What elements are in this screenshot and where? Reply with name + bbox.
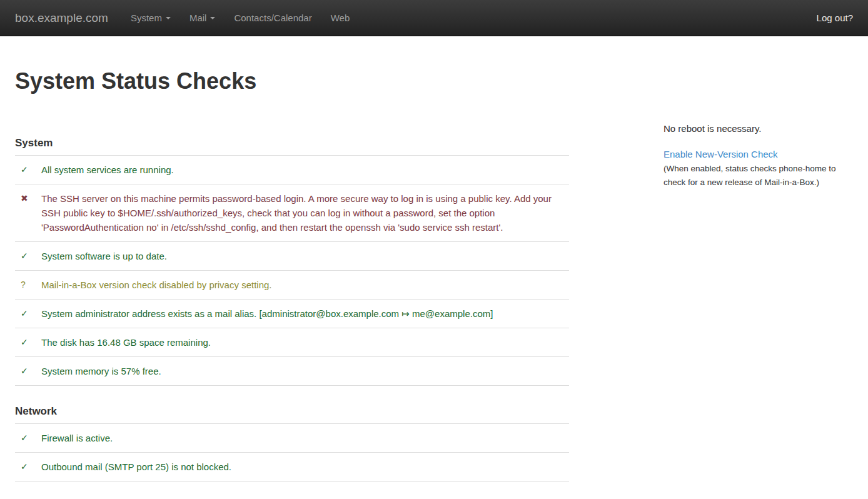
logout-link[interactable]: Log out? [817, 13, 853, 23]
navbar-item-contacts-calendar[interactable]: Contacts/Calendar [225, 13, 321, 23]
navbar-item-web[interactable]: Web [321, 13, 360, 23]
status-checks-list: System ✓ All system services are running… [15, 118, 569, 481]
check-mark-icon: ✓ [15, 335, 41, 350]
question-mark-icon: ? [15, 278, 41, 292]
navbar-menu: System Mail Contacts/Calendar Web [121, 13, 359, 23]
caret-down-icon [210, 17, 215, 19]
error-x-icon: ✖ [15, 191, 41, 206]
status-check-row: ? Mail-in-a-Box version check disabled b… [15, 271, 569, 300]
page-title: System Status Checks [15, 69, 853, 94]
status-check-text: The SSH server on this machine permits p… [41, 191, 569, 234]
status-check-row: ✓ All system services are running. [15, 156, 569, 184]
status-check-row: ✓ System software is up to date. [15, 242, 569, 271]
status-check-text: System software is up to date. [41, 249, 569, 263]
navbar-item-mail[interactable]: Mail [180, 13, 225, 23]
status-check-text: System memory is 57% free. [41, 364, 569, 378]
check-mark-icon: ✓ [15, 249, 41, 263]
summary-sidebar: No reboot is necessary. Enable New-Versi… [664, 118, 853, 190]
status-check-text: The disk has 16.48 GB space remaining. [41, 335, 569, 350]
check-mark-icon: ✓ [15, 460, 41, 474]
brand-link[interactable]: box.example.com [15, 11, 108, 25]
check-mark-icon: ✓ [15, 306, 41, 321]
check-mark-icon: ✓ [15, 364, 41, 378]
page-content: System Status Checks System ✓ All system… [0, 69, 868, 481]
enable-version-check-link[interactable]: Enable New-Version Check [664, 148, 778, 161]
reboot-status: No reboot is necessary. [664, 122, 853, 136]
status-check-row: ✓ Firewall is active. [15, 424, 569, 453]
check-mark-icon: ✓ [15, 431, 41, 445]
caret-down-icon [166, 17, 171, 19]
status-check-row: ✓ The disk has 16.48 GB space remaining. [15, 328, 569, 357]
status-check-row: ✖ The SSH server on this machine permits… [15, 184, 569, 242]
version-check-note: (When enabled, status checks phone-home … [664, 162, 853, 190]
status-check-text: All system services are running. [41, 163, 569, 177]
section-heading: Network [15, 386, 569, 424]
top-navbar: box.example.com System Mail Contacts/Cal… [0, 0, 868, 36]
status-check-row: ✓ Outbound mail (SMTP port 25) is not bl… [15, 453, 569, 481]
status-check-text: System administrator address exists as a… [41, 306, 569, 321]
status-check-row: ✓ System memory is 57% free. [15, 357, 569, 386]
status-check-text: Firewall is active. [41, 431, 569, 445]
status-check-text: Outbound mail (SMTP port 25) is not bloc… [41, 460, 569, 474]
content-columns: System ✓ All system services are running… [15, 118, 853, 481]
section-heading: System [15, 118, 569, 156]
status-check-row: ✓ System administrator address exists as… [15, 300, 569, 328]
navbar-item-system[interactable]: System [121, 13, 180, 23]
status-check-text: Mail-in-a-Box version check disabled by … [41, 278, 569, 292]
check-mark-icon: ✓ [15, 163, 41, 177]
